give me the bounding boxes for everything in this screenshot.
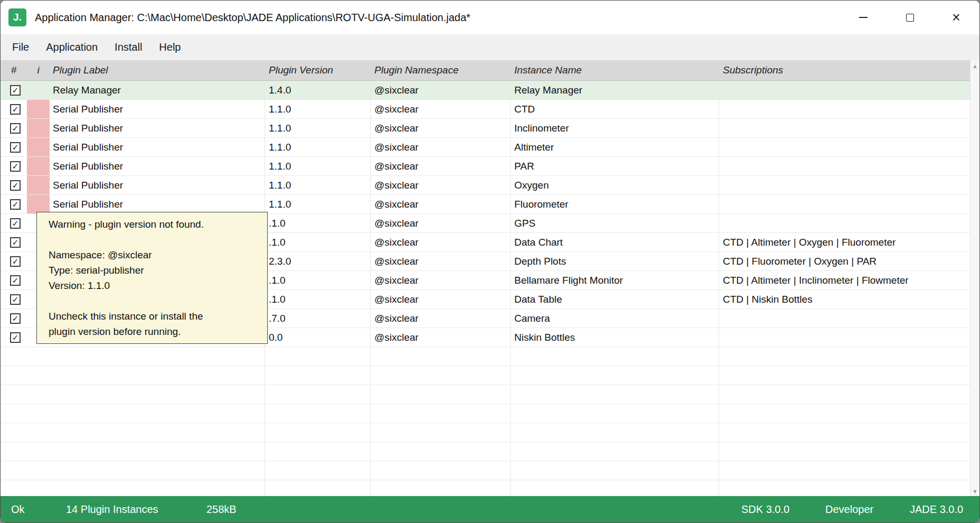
row-checkbox[interactable]: ✓ (10, 275, 21, 286)
status-sdk-version: SDK 3.0.0 (741, 503, 789, 516)
row-plugin-version: 0.0 (265, 332, 370, 343)
row-checkbox[interactable]: ✓ (10, 237, 21, 248)
row-checkbox[interactable]: ✓ (10, 142, 21, 153)
row-warning-indicator (27, 81, 50, 99)
header-info-column: i (27, 64, 50, 76)
row-plugin-version: 1.1.0 (265, 161, 370, 172)
row-checkbox[interactable]: ✓ (10, 85, 21, 96)
header-checkbox-column: # (1, 64, 27, 76)
row-checkbox[interactable]: ✓ (10, 294, 21, 305)
menu-item-install[interactable]: Install (106, 34, 150, 60)
maximize-button[interactable] (887, 1, 933, 34)
close-button[interactable]: × (933, 1, 979, 34)
row-plugin-version: 1.4.0 (265, 85, 370, 96)
header-plugin-version: Plugin Version (265, 64, 370, 76)
column-divider (719, 81, 719, 497)
table-header: # i Plugin Label Plugin Version Plugin N… (1, 60, 970, 81)
row-warning-indicator (27, 176, 50, 194)
menu-item-file[interactable]: File (4, 34, 37, 60)
status-size: 258kB (206, 503, 237, 516)
row-instance-name: Altimeter (510, 142, 719, 153)
tooltip-line: Uncheck this instance or install the (49, 309, 262, 324)
header-plugin-namespace: Plugin Namespace (370, 64, 510, 76)
title-bar: J. Application Manager: C:\Mac\Home\Desk… (1, 1, 979, 34)
tooltip-line: Type: serial-publisher (49, 263, 262, 278)
window-controls: × (840, 1, 979, 34)
header-instance-name: Instance Name (510, 64, 719, 76)
minimize-button[interactable] (840, 1, 887, 34)
row-plugin-version: 2.3.0 (265, 256, 370, 267)
maximize-icon (906, 14, 914, 22)
scroll-down-icon[interactable]: ▼ (970, 485, 979, 497)
row-warning-indicator (27, 119, 50, 137)
row-plugin-namespace: @sixclear (370, 237, 510, 248)
row-plugin-version: 1.1.0 (265, 123, 370, 134)
header-plugin-label: Plugin Label (50, 64, 265, 76)
row-plugin-version: 1.1.0 (265, 199, 370, 210)
window-title: Application Manager: C:\Mac\Home\Desktop… (35, 12, 470, 24)
row-plugin-label: Relay Manager (50, 85, 265, 96)
column-divider (370, 81, 371, 497)
table-row[interactable]: ✓Serial Publisher1.1.0@sixclearCTD (1, 100, 970, 119)
header-subscriptions: Subscriptions (719, 64, 970, 76)
table-row[interactable]: ✓Serial Publisher1.1.0@sixclearOxygen (1, 176, 970, 195)
row-plugin-version: .1.0 (265, 218, 370, 229)
row-plugin-label: Serial Publisher (50, 123, 265, 134)
tooltip-line (49, 232, 262, 247)
status-ok: Ok (11, 503, 25, 516)
row-plugin-namespace: @sixclear (370, 123, 510, 134)
row-checkbox[interactable]: ✓ (10, 218, 21, 229)
row-instance-name: Data Table (510, 294, 719, 305)
row-instance-name: GPS (510, 218, 719, 229)
row-plugin-namespace: @sixclear (370, 199, 510, 210)
row-checkbox[interactable]: ✓ (10, 256, 21, 267)
menu-item-application[interactable]: Application (37, 34, 106, 60)
row-plugin-namespace: @sixclear (370, 180, 510, 191)
row-plugin-version: .7.0 (265, 313, 370, 324)
row-subscriptions: CTD | Altimeter | Oxygen | Fluorometer (719, 237, 970, 248)
app-window: J. Application Manager: C:\Mac\Home\Desk… (0, 0, 980, 523)
row-checkbox[interactable]: ✓ (10, 332, 21, 343)
row-checkbox[interactable]: ✓ (10, 180, 21, 191)
scroll-up-icon[interactable]: ▲ (970, 60, 979, 72)
row-checkbox[interactable]: ✓ (10, 123, 21, 134)
row-instance-name: CTD (510, 104, 719, 115)
status-bar: Ok 14 Plugin Instances 258kB SDK 3.0.0 D… (1, 496, 979, 522)
row-instance-name: PAR (510, 161, 719, 172)
row-plugin-namespace: @sixclear (370, 313, 510, 324)
table-row[interactable]: ✓Serial Publisher1.1.0@sixclearInclinome… (1, 119, 970, 138)
minimize-icon (859, 17, 868, 18)
row-plugin-label: Serial Publisher (50, 199, 265, 210)
row-checkbox-cell: ✓ (1, 237, 27, 248)
row-checkbox[interactable]: ✓ (10, 313, 21, 324)
table-row[interactable]: ✓Serial Publisher1.1.0@sixclearFluoromet… (1, 195, 970, 214)
row-plugin-namespace: @sixclear (370, 218, 510, 229)
row-instance-name: Fluorometer (510, 199, 719, 210)
row-checkbox-cell: ✓ (1, 256, 27, 267)
menu-item-help[interactable]: Help (150, 34, 189, 60)
tooltip-line: Version: 1.1.0 (49, 278, 262, 293)
table-row[interactable]: ✓Relay Manager1.4.0@sixclearRelay Manage… (1, 81, 970, 100)
table-row[interactable]: ✓Serial Publisher1.1.0@sixclearAltimeter (1, 138, 970, 157)
table-empty-area (1, 347, 970, 497)
tooltip-line: Namespace: @sixclear (49, 247, 262, 263)
row-instance-name: Data Chart (510, 237, 719, 248)
warning-tooltip: Warning - plugin version not found.Names… (36, 212, 268, 344)
row-instance-name: Bellamare Flight Monitor (510, 275, 719, 286)
row-checkbox-cell: ✓ (1, 199, 27, 210)
row-plugin-version: .1.0 (265, 294, 370, 305)
tooltip-line (49, 293, 262, 309)
row-subscriptions: CTD | Fluorometer | Oxygen | PAR (719, 256, 970, 267)
row-checkbox[interactable]: ✓ (10, 199, 21, 210)
row-warning-indicator (27, 138, 50, 156)
status-plugin-instances: 14 Plugin Instances (66, 503, 158, 516)
row-instance-name: Inclinometer (510, 123, 719, 134)
row-plugin-version: .1.0 (265, 237, 370, 248)
row-checkbox-cell: ✓ (1, 275, 27, 286)
table-row[interactable]: ✓Serial Publisher1.1.0@sixclearPAR (1, 157, 970, 176)
vertical-scrollbar[interactable]: ▲ ▼ (970, 60, 979, 497)
row-checkbox[interactable]: ✓ (10, 161, 21, 172)
row-checkbox-cell: ✓ (1, 294, 27, 305)
row-checkbox[interactable]: ✓ (10, 104, 21, 115)
row-plugin-namespace: @sixclear (370, 161, 510, 172)
